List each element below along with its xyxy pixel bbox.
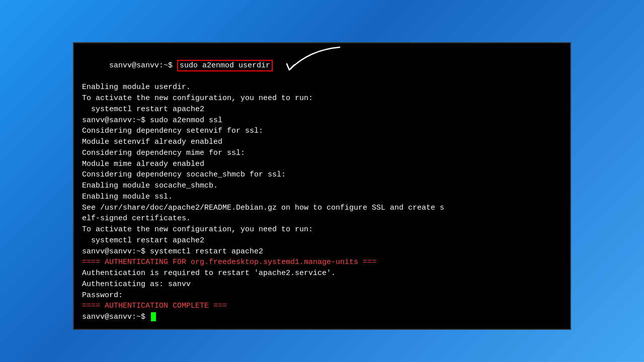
terminal-line-11: Enabling module socache_shmcb.	[82, 180, 562, 192]
terminal-line-23: sanvv@sanvv:~$	[82, 312, 562, 323]
terminal-line-16: systemctl restart apache2	[82, 235, 562, 246]
terminal-line-15: To activate the new configuration, you n…	[82, 224, 562, 235]
terminal-line-4: systemctl restart apache2	[82, 104, 562, 115]
terminal-line-22: ==== AUTHENTICATION COMPLETE ===	[82, 301, 562, 312]
terminal-line-18: ==== AUTHENTICATING FOR org.freedesktop.…	[82, 257, 562, 268]
highlighted-command: sudo a2enmod userdir	[177, 60, 273, 71]
terminal-line-3: To activate the new configuration, you n…	[82, 93, 562, 104]
terminal-line-21: Password:	[82, 290, 562, 301]
terminal-line-5: sanvv@sanvv:~$ sudo a2enmod ssl	[82, 115, 562, 126]
terminal-line-13: See /usr/share/doc/apache2/README.Debian…	[82, 203, 562, 214]
terminal-line-2: Enabling module userdir.	[82, 82, 562, 93]
terminal-line-20: Authenticating as: sanvv	[82, 279, 562, 290]
terminal-line-8: Considering dependency mime for ssl:	[82, 148, 562, 159]
terminal-wrapper: sanvv@sanvv:~$ sudo a2enmod userdir Enab…	[73, 42, 571, 330]
terminal-line-9: Module mime already enabled	[82, 159, 562, 170]
prompt-1: sanvv@sanvv:~$	[109, 61, 177, 70]
arrow-annotation	[259, 45, 360, 82]
terminal-line-17: sanvv@sanvv:~$ systemctl restart apache2	[82, 246, 562, 257]
terminal-window: sanvv@sanvv:~$ sudo a2enmod userdir Enab…	[73, 42, 571, 330]
terminal-cursor	[151, 312, 156, 321]
terminal-line-10: Considering dependency socache_shmcb for…	[82, 169, 562, 180]
terminal-line-7: Module setenvif already enabled	[82, 137, 562, 148]
terminal-line-14: elf-signed certificates.	[82, 213, 562, 224]
terminal-line-12: Enabling module ssl.	[82, 192, 562, 203]
terminal-line-19: Authentication is required to restart 'a…	[82, 268, 562, 279]
terminal-line-6: Considering dependency setenvif for ssl:	[82, 126, 562, 137]
